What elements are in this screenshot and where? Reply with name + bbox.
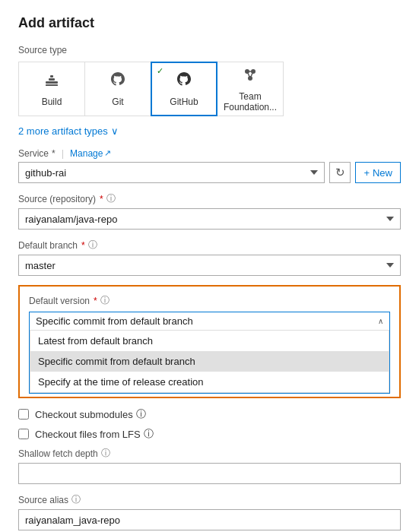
- source-repo-required: *: [100, 194, 103, 204]
- checkout-lfs-checkbox[interactable]: [18, 429, 29, 439]
- chevron-up-icon: ∧: [378, 317, 383, 325]
- source-type-github[interactable]: ✓ GitHub: [151, 62, 217, 116]
- refresh-icon: ↻: [335, 166, 345, 179]
- checkout-lfs-label: Checkout files from LFS: [35, 429, 141, 440]
- refresh-button[interactable]: ↻: [329, 162, 351, 183]
- service-label-text: Service: [18, 148, 49, 159]
- source-type-build[interactable]: Build: [18, 62, 85, 116]
- default-version-required: *: [94, 296, 97, 306]
- svg-rect-0: [46, 81, 58, 84]
- source-repo-select[interactable]: raiyanalam/java-repo: [18, 208, 401, 230]
- panel-title: Add artifact: [18, 15, 401, 31]
- source-repo-field: Source (repository) * ⓘ raiyanalam/java-…: [18, 192, 401, 230]
- svg-rect-1: [49, 78, 55, 81]
- github-checkmark: ✓: [157, 66, 163, 76]
- service-select[interactable]: github-rai: [18, 162, 325, 183]
- github-icon: [175, 71, 193, 92]
- shallow-fetch-info-icon[interactable]: ⓘ: [101, 447, 110, 460]
- source-alias-field: Source alias ⓘ: [18, 493, 401, 530]
- checkout-submodules-checkbox[interactable]: [18, 409, 29, 420]
- service-label-row: Service * | Manage ↗: [18, 147, 401, 159]
- teamfoundation-label: Team Foundation...: [217, 91, 283, 112]
- new-button[interactable]: + New: [355, 162, 401, 183]
- checkout-submodules-info-icon[interactable]: ⓘ: [136, 407, 146, 421]
- plus-icon: +: [363, 167, 370, 179]
- more-types-text: 2 more artifact types: [18, 125, 108, 137]
- github-label: GitHub: [170, 97, 198, 107]
- source-alias-info-icon[interactable]: ⓘ: [71, 493, 81, 506]
- manage-label: Manage: [70, 148, 103, 159]
- teamfoundation-icon: [241, 65, 259, 87]
- shallow-fetch-field: Shallow fetch depth ⓘ: [18, 447, 401, 484]
- source-alias-input[interactable]: [18, 509, 401, 530]
- git-icon: [109, 71, 127, 92]
- source-type-label: Source type: [18, 45, 401, 55]
- default-branch-dropdown: master: [18, 255, 401, 276]
- default-version-current-value: Specific commit from default branch: [36, 315, 193, 327]
- source-repo-dropdown: raiyanalam/java-repo: [18, 208, 401, 230]
- default-branch-field: Default branch * ⓘ master: [18, 239, 401, 276]
- version-option-specific[interactable]: Specific commit from default branch: [30, 351, 389, 372]
- default-version-options: Latest from default branch Specific comm…: [30, 331, 389, 393]
- default-branch-info-icon[interactable]: ⓘ: [88, 239, 97, 252]
- service-select-row: github-rai ↻ + New: [18, 162, 401, 183]
- build-label: Build: [42, 97, 62, 107]
- add-artifact-panel: Add artifact Source type Build Git: [0, 0, 419, 532]
- source-type-teamfoundation[interactable]: Team Foundation...: [217, 62, 284, 116]
- source-type-git[interactable]: Git: [84, 62, 151, 116]
- svg-rect-2: [50, 75, 53, 78]
- checkout-submodules-label: Checkout submodules: [35, 409, 133, 420]
- checkout-lfs-info-icon[interactable]: ⓘ: [144, 427, 154, 441]
- separator: |: [62, 147, 64, 159]
- default-version-dropdown-open: Specific commit from default branch ∧ La…: [29, 312, 390, 394]
- source-type-row: Build Git ✓ GitHub: [18, 62, 401, 116]
- default-version-info-icon[interactable]: ⓘ: [100, 294, 110, 307]
- version-option-specify[interactable]: Specify at the time of release creation: [30, 372, 389, 392]
- more-artifact-types-link[interactable]: 2 more artifact types ∨: [18, 125, 119, 137]
- default-branch-required: *: [81, 240, 85, 251]
- shallow-fetch-input[interactable]: [18, 463, 401, 484]
- chevron-down-icon: ∨: [111, 125, 119, 137]
- default-version-label-text: Default version: [29, 296, 90, 306]
- default-branch-select[interactable]: master: [18, 255, 401, 276]
- service-field: Service * | Manage ↗ github-rai ↻ + New: [18, 147, 401, 183]
- svg-rect-3: [46, 84, 58, 86]
- service-required: *: [52, 148, 56, 159]
- default-version-section: Default version * ⓘ Specific commit from…: [18, 285, 401, 398]
- manage-link[interactable]: Manage ↗: [70, 148, 111, 159]
- source-alias-label-text: Source alias: [18, 495, 68, 505]
- checkout-submodules-row: Checkout submodules ⓘ: [18, 407, 401, 421]
- external-link-icon: ↗: [104, 148, 111, 158]
- source-repo-label-text: Source (repository): [18, 194, 96, 204]
- checkout-lfs-row: Checkout files from LFS ⓘ: [18, 427, 401, 441]
- git-label: Git: [112, 97, 123, 107]
- build-icon: [43, 71, 61, 92]
- shallow-fetch-label-text: Shallow fetch depth: [18, 448, 98, 459]
- version-option-latest[interactable]: Latest from default branch: [30, 331, 389, 351]
- default-version-dropdown-header[interactable]: Specific commit from default branch ∧: [30, 312, 389, 331]
- new-label: New: [373, 167, 392, 179]
- default-branch-label-text: Default branch: [18, 240, 78, 251]
- source-repo-info-icon[interactable]: ⓘ: [106, 192, 116, 205]
